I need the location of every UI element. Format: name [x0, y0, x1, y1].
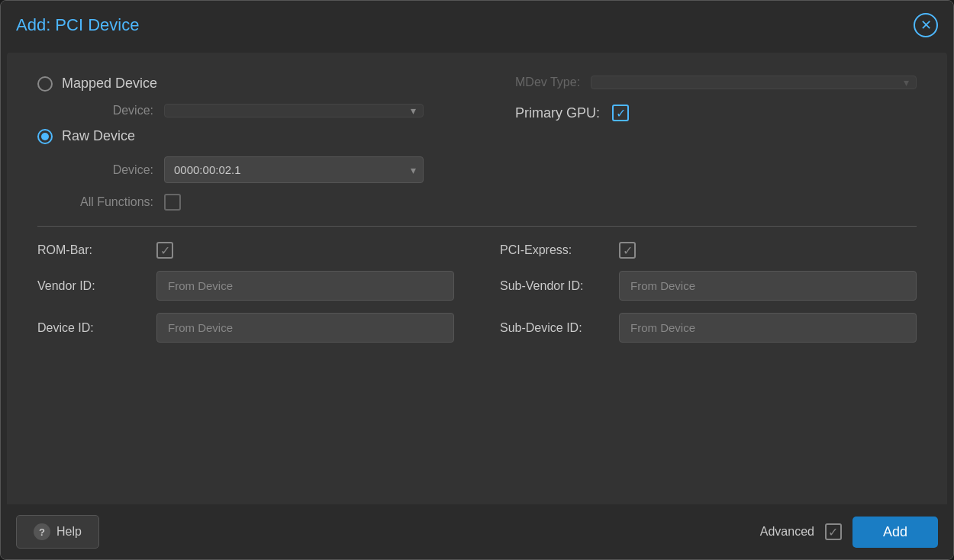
mapped-device-field-row: Device: ▾ [37, 104, 469, 117]
all-functions-row: All Functions: [37, 194, 469, 211]
help-label: Help [56, 525, 82, 539]
sub-device-id-row: Sub-Device ID: [500, 313, 917, 343]
left-column: Mapped Device Device: ▾ Raw Device [37, 76, 469, 211]
vendor-id-label: Vendor ID: [37, 279, 144, 293]
close-icon: ✕ [920, 18, 932, 32]
vendor-id-row: Vendor ID: [37, 271, 454, 301]
bottom-section: ROM-Bar: ✓ PCI-Express: ✓ Vendor ID: Sub… [37, 242, 917, 343]
help-icon: ? [34, 523, 50, 540]
add-button[interactable]: Add [852, 517, 938, 548]
device-label: Device: [62, 104, 153, 117]
dialog-title: Add: PCI Device [16, 15, 139, 35]
mdev-type-label: MDev Type: [515, 76, 580, 89]
footer-right: Advanced ✓ Add [760, 517, 938, 548]
device-id-row: Device ID: [37, 313, 454, 343]
rom-bar-checkbox[interactable]: ✓ [156, 242, 173, 259]
all-functions-checkbox[interactable] [164, 194, 181, 211]
close-button[interactable]: ✕ [914, 13, 938, 37]
right-column: MDev Type: ▾ Primary GPU: ✓ [485, 76, 917, 211]
vendor-id-input[interactable] [156, 271, 454, 301]
all-functions-label: All Functions: [62, 195, 153, 209]
section-divider [37, 226, 917, 227]
raw-device-device-label: Device: [62, 163, 153, 177]
pci-express-row: PCI-Express: ✓ [500, 242, 917, 259]
rom-bar-label: ROM-Bar: [37, 243, 144, 257]
pci-express-checkbox[interactable]: ✓ [619, 242, 636, 259]
sub-vendor-id-row: Sub-Vendor ID: [500, 271, 917, 301]
sub-vendor-id-label: Sub-Vendor ID: [500, 279, 607, 293]
raw-device-dropdown[interactable]: 0000:00:02.1 [164, 156, 424, 183]
primary-gpu-checkbox[interactable]: ✓ [612, 105, 629, 121]
raw-device-dropdown-wrapper: 0000:00:02.1 ▾ [164, 156, 424, 183]
mapped-device-radio[interactable] [37, 76, 53, 92]
top-section: Mapped Device Device: ▾ Raw Device [37, 76, 917, 211]
mdev-type-dropdown[interactable] [591, 76, 917, 89]
advanced-checkbox[interactable]: ✓ [825, 523, 842, 540]
raw-device-label: Raw Device [62, 128, 135, 144]
mapped-device-dropdown[interactable] [164, 104, 424, 117]
footer: ? Help Advanced ✓ Add [1, 504, 953, 559]
dialog: Add: PCI Device ✕ Mapped Device Device: … [0, 0, 954, 560]
mdev-dropdown-wrapper: ▾ [591, 76, 917, 89]
raw-device-field-row: Device: 0000:00:02.1 ▾ [37, 156, 469, 183]
sub-device-id-input[interactable] [619, 313, 917, 343]
mapped-device-label: Mapped Device [62, 76, 157, 92]
add-label: Add [883, 524, 907, 539]
pci-express-label: PCI-Express: [500, 243, 607, 257]
raw-device-radio[interactable] [37, 129, 53, 144]
device-id-label: Device ID: [37, 321, 144, 335]
content-area: Mapped Device Device: ▾ Raw Device [7, 53, 947, 504]
help-button[interactable]: ? Help [16, 515, 99, 549]
advanced-label: Advanced [760, 525, 814, 539]
title-bar: Add: PCI Device ✕ [1, 1, 953, 50]
mapped-device-row: Mapped Device [37, 76, 469, 92]
primary-gpu-row: Primary GPU: ✓ [515, 105, 917, 121]
sub-device-id-label: Sub-Device ID: [500, 321, 607, 335]
device-id-input[interactable] [156, 313, 454, 343]
rom-bar-row: ROM-Bar: ✓ [37, 242, 454, 259]
primary-gpu-label: Primary GPU: [515, 105, 600, 121]
mdev-type-row: MDev Type: ▾ [515, 76, 917, 89]
raw-device-row: Raw Device [37, 128, 469, 144]
mapped-device-dropdown-wrapper: ▾ [164, 104, 424, 117]
sub-vendor-id-input[interactable] [619, 271, 917, 301]
